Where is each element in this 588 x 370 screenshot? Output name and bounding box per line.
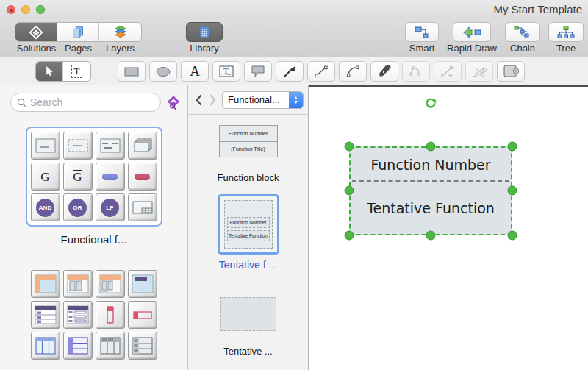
- arc-tool-button[interactable]: [339, 61, 367, 82]
- rectangle-icon: [123, 64, 140, 79]
- shape-thumb-lp[interactable]: LP: [96, 193, 125, 221]
- library-label: Library: [190, 43, 219, 54]
- shape-thumb-and[interactable]: AND: [31, 193, 60, 221]
- line-icon: [313, 64, 329, 79]
- shape-item-tentative-block[interactable]: [220, 297, 276, 331]
- swimlane-thumb-1[interactable]: [31, 270, 60, 298]
- layers-button[interactable]: [99, 23, 141, 41]
- resize-handle-middle-left[interactable]: [345, 186, 354, 196]
- tree-button[interactable]: [548, 22, 584, 42]
- solutions-icon: [28, 24, 44, 40]
- text-block-tool-button[interactable]: T: [212, 61, 240, 82]
- swimlane-thumb-10[interactable]: [63, 332, 93, 360]
- shape-thumb-dashed-block[interactable]: [63, 132, 93, 160]
- swimlane-thumb-5[interactable]: [31, 301, 60, 329]
- edit-nodes-icon: [407, 64, 425, 79]
- zoom-button[interactable]: [36, 5, 45, 14]
- text-block-icon: T: [218, 64, 235, 79]
- rotation-handle[interactable]: [424, 97, 437, 110]
- ellipse-tool-button[interactable]: [149, 61, 177, 82]
- solution-search-icon[interactable]: [165, 94, 182, 110]
- rectangle-tool-button[interactable]: [118, 61, 146, 82]
- add-to-library-button[interactable]: [497, 61, 525, 82]
- resize-handle-top-center[interactable]: [426, 142, 436, 152]
- swimlane-thumb-7[interactable]: [96, 301, 125, 329]
- resize-handle-middle-right[interactable]: [508, 186, 517, 196]
- close-button[interactable]: [7, 5, 15, 14]
- direct-connector-tool-button[interactable]: [276, 61, 304, 82]
- swimlane-thumb-4[interactable]: [128, 270, 157, 298]
- selected-shape-tentative-function[interactable]: Function Number Tentative Function: [349, 146, 512, 235]
- resize-handle-top-right[interactable]: [508, 142, 517, 152]
- select-tool-button[interactable]: [36, 62, 63, 81]
- red-pill: [135, 174, 150, 180]
- swimlane-thumb-2[interactable]: [63, 270, 93, 298]
- resize-handle-bottom-center[interactable]: [426, 231, 436, 241]
- swimlane-thumb-6[interactable]: [63, 301, 93, 329]
- swimlane-thumb-8[interactable]: [128, 301, 157, 329]
- add-node-icon: [439, 64, 456, 79]
- callout-tool-button[interactable]: [244, 61, 272, 82]
- drawing-canvas[interactable]: Function Number Tentative Function: [309, 85, 588, 370]
- minimize-button[interactable]: [21, 5, 30, 14]
- library-card-swimlane[interactable]: [26, 265, 162, 365]
- resize-handle-bottom-right[interactable]: [508, 231, 517, 241]
- rapid-draw-button[interactable]: [453, 22, 491, 42]
- library-button[interactable]: [186, 22, 223, 42]
- line-tool-button[interactable]: [307, 61, 335, 82]
- text-tool-button[interactable]: A: [181, 61, 209, 82]
- shape-thumb-g-bar[interactable]: G: [63, 163, 93, 191]
- back-button[interactable]: [193, 92, 204, 108]
- forward-button[interactable]: [207, 92, 219, 108]
- smart-button[interactable]: [405, 22, 439, 42]
- shape-thumb-function-block[interactable]: [31, 132, 60, 160]
- shape-thumb-g[interactable]: G: [31, 163, 60, 191]
- swimlane-thumb-11[interactable]: [96, 332, 125, 360]
- callout-icon: [249, 64, 267, 79]
- rapid-draw-label: Rapid Draw: [447, 43, 497, 54]
- layers-icon: [112, 24, 129, 40]
- panel-switcher: [15, 22, 142, 42]
- shapes-panel: Functional... ▲▼ Function Number (Functi…: [188, 85, 309, 370]
- tree-icon: [556, 25, 576, 40]
- chain-button[interactable]: [505, 22, 540, 42]
- solutions-button[interactable]: [15, 23, 57, 41]
- shape-thumb-tentative-block[interactable]: [96, 132, 125, 160]
- pages-button[interactable]: [57, 23, 99, 41]
- app-window: My Start Template: [0, 0, 588, 370]
- shape-item-function-block[interactable]: Function Number (Function Title): [219, 125, 278, 157]
- edit-nodes-tool-button[interactable]: [402, 61, 430, 82]
- text-select-tool-button[interactable]: T: [63, 62, 90, 81]
- traffic-lights: [7, 5, 45, 14]
- pen-icon: [376, 64, 392, 79]
- shape-thumb-title-block[interactable]: [128, 193, 157, 221]
- shape-thumb-or[interactable]: OR: [63, 193, 93, 221]
- library-dropdown-value: Functional...: [223, 94, 289, 105]
- library-card-functional[interactable]: G G AND OR LP: [26, 127, 162, 227]
- swimlane-thumb-3[interactable]: [96, 270, 125, 298]
- shape-thumb-red-pill[interactable]: [128, 163, 157, 191]
- preview-spacer: [227, 207, 270, 215]
- dropdown-stepper-icon: ▲▼: [289, 92, 303, 108]
- solutions-label: Solutions: [15, 43, 57, 54]
- ellipse-icon: [154, 64, 172, 79]
- text-select-icon: T: [71, 65, 83, 78]
- search-field[interactable]: [10, 93, 161, 112]
- solutions-sidebar: G G AND OR LP Functional f...: [0, 85, 188, 370]
- shape-thumb-blue-pill[interactable]: [96, 163, 125, 191]
- shape-item-tentative-block-label: Tentative ...: [223, 346, 272, 357]
- library-icon: [197, 25, 212, 40]
- pen-tool-button[interactable]: [370, 61, 398, 82]
- shape-item-tentative-function-selected[interactable]: Function Number Tentative Function: [218, 194, 279, 255]
- smart-connector-icon: [413, 25, 431, 40]
- resize-handle-bottom-left[interactable]: [345, 231, 354, 241]
- shape-thumb-multipage[interactable]: [128, 132, 157, 160]
- add-node-tool-button[interactable]: [434, 61, 462, 82]
- library-dropdown[interactable]: Functional... ▲▼: [222, 91, 304, 109]
- search-input[interactable]: [30, 96, 154, 108]
- resize-handle-top-left[interactable]: [345, 142, 354, 152]
- swimlane-thumb-9[interactable]: [31, 332, 60, 360]
- split-tool-button[interactable]: [465, 61, 493, 82]
- title-bar: My Start Template: [0, 0, 588, 19]
- swimlane-thumb-12[interactable]: [128, 332, 157, 360]
